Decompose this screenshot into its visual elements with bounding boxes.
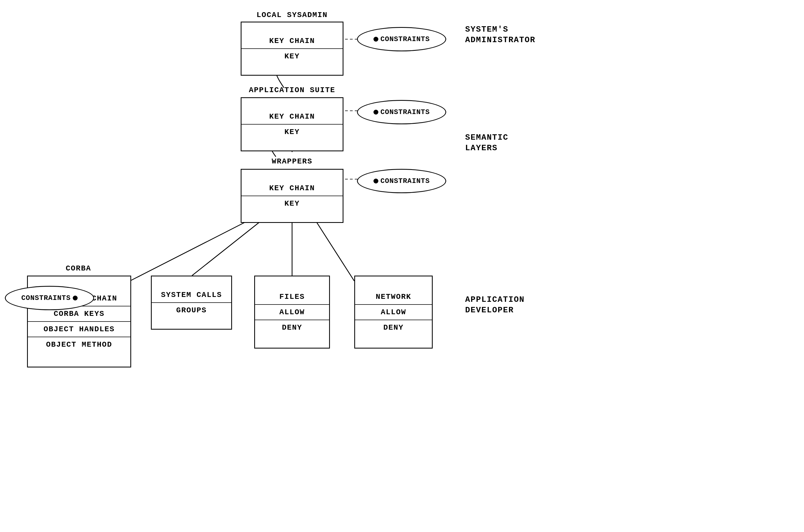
system-calls-row1: SYSTEM CALLS (152, 287, 231, 303)
wrappers-constraints-label: CONSTRAINTS (381, 177, 430, 185)
app-suite-box: KEY CHAIN KEY (241, 97, 344, 151)
files-row3: DENY (255, 320, 329, 335)
system-calls-box: SYSTEM CALLS GROUPS (151, 276, 232, 330)
app-suite-constraints-oval: CONSTRAINTS (357, 100, 446, 124)
app-suite-label: APPLICATION SUITE (235, 86, 349, 94)
system-calls-row2: GROUPS (152, 303, 231, 318)
wrappers-box: KEY CHAIN KEY (241, 169, 344, 223)
app-suite-row-key: KEY (241, 125, 343, 139)
diagram: KEY CHAIN KEY LOCAL SYSADMIN KEY CHAIN K… (0, 0, 804, 532)
app-suite-constraints-label: CONSTRAINTS (381, 108, 430, 116)
corba-constraints-label: CONSTRAINTS (21, 294, 71, 302)
sysadmin-constraints-label: CONSTRAINTS (381, 35, 430, 43)
wrappers-row-key: KEY (241, 196, 343, 211)
network-row1: NETWORK (355, 289, 432, 305)
local-sysadmin-box: KEY CHAIN KEY (241, 22, 344, 76)
files-row2: ALLOW (255, 305, 329, 320)
files-row1: FILES (255, 289, 329, 305)
sysadmin-constraints-oval: CONSTRAINTS (357, 27, 446, 51)
wrappers-label: WRAPPERS (249, 157, 335, 166)
wrappers-row-keychain: KEY CHAIN (241, 181, 343, 196)
local-sysadmin-row-keychain: KEY CHAIN (241, 34, 343, 49)
systems-administrator-label: SYSTEM'SADMINISTRATOR (465, 24, 535, 45)
application-developer-label: APPLICATIONDEVELOPER (465, 294, 525, 316)
svg-line-6 (130, 215, 260, 281)
app-suite-row-keychain: KEY CHAIN (241, 109, 343, 125)
svg-line-9 (311, 213, 354, 281)
corba-row-handles: OBJECT HANDLES (28, 322, 130, 337)
corba-constraints-oval: CONSTRAINTS (5, 286, 94, 310)
files-box: FILES ALLOW DENY (254, 276, 330, 348)
local-sysadmin-row-key: KEY (241, 49, 343, 64)
semantic-layers-label: SEMANTICLAYERS (465, 132, 508, 153)
network-row2: ALLOW (355, 305, 432, 320)
corba-row-method: OBJECT METHOD (28, 337, 130, 352)
local-sysadmin-label: LOCAL SYSADMIN (241, 11, 344, 19)
wrappers-constraints-oval: CONSTRAINTS (357, 169, 446, 193)
network-box: NETWORK ALLOW DENY (354, 276, 433, 348)
corba-label: CORBA (35, 264, 122, 273)
network-row3: DENY (355, 320, 432, 335)
